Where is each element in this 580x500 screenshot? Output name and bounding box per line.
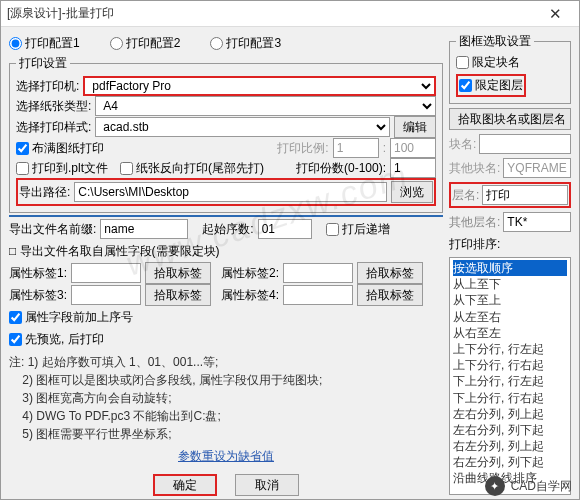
printer-label: 选择打印机: [16,78,79,95]
order-item[interactable]: 左右分列, 列下起 [453,422,567,438]
browse-button[interactable]: 浏览 [391,181,433,203]
tag4-input[interactable] [283,285,353,305]
order-item[interactable]: 左右分列, 列上起 [453,406,567,422]
addseq-check[interactable]: 属性字段前加上序号 [9,309,133,326]
block-name-label: 块名: [449,136,476,153]
order-item[interactable]: 按选取顺序 [453,260,567,276]
order-item[interactable]: 上下分行, 行右起 [453,357,567,373]
layer-input[interactable] [482,185,568,205]
path-input[interactable] [74,182,387,202]
pick-tag1-button[interactable]: 拾取标签 [145,262,211,284]
append-check[interactable]: 打后递增 [326,221,390,238]
pick-tag4-button[interactable]: 拾取标签 [357,284,423,306]
tag1-input[interactable] [71,263,141,283]
frame-legend: 图框选取设置 [456,33,534,50]
frame-group: 图框选取设置 限定块名 限定图层 [449,33,571,104]
copies-label: 打印份数(0-100): [296,160,386,177]
config1-radio[interactable]: 打印配置1 [9,35,80,52]
order-item[interactable]: 从下至上 [453,292,567,308]
pick-tag2-button[interactable]: 拾取标签 [357,262,423,284]
copies-input[interactable] [390,158,436,178]
config3-radio[interactable]: 打印配置3 [210,35,281,52]
order-item[interactable]: 下上分行, 行左起 [453,373,567,389]
pick-name-button[interactable]: 拾取图块名或图层名 [449,108,571,130]
close-icon[interactable]: ✕ [537,5,573,23]
order-item[interactable]: 上下分行, 行左起 [453,341,567,357]
printer-select[interactable]: pdfFactory Pro [83,76,436,96]
order-label: 打印排序: [449,236,571,253]
tag2-label: 属性标签2: [221,265,279,282]
limit-block-check[interactable]: 限定块名 [456,54,520,71]
window-title: [源泉设计]-批量打印 [7,5,537,22]
order-item[interactable]: 从右至左 [453,325,567,341]
plt-check[interactable]: 打印到.plt文件 [16,160,108,177]
tag1-label: 属性标签1: [9,265,67,282]
style-select[interactable]: acad.stb [95,117,390,137]
tag4-label: 属性标签4: [221,287,279,304]
config-radios: 打印配置1 打印配置2 打印配置3 [9,33,443,53]
order-item[interactable]: 下上分行, 行右起 [453,390,567,406]
block-name-input [479,134,571,154]
style-label: 选择打印样式: [16,119,91,136]
attr-field-note: □ 导出文件名取自属性字段(需要限定块) [9,243,220,260]
reset-link[interactable]: 参数重设为缺省值 [9,445,443,468]
seq-label: 起始序数: [202,221,253,238]
paper-label: 选择纸张类型: [16,98,91,115]
config2-radio[interactable]: 打印配置2 [110,35,181,52]
seq-input[interactable] [258,219,312,239]
pick-tag3-button[interactable]: 拾取标签 [145,284,211,306]
other-layer-label: 其他层名: [449,214,500,231]
order-item[interactable]: 从上至下 [453,276,567,292]
other-layer-input[interactable] [503,212,571,232]
order-item[interactable]: 右左分列, 列下起 [453,454,567,470]
order-item[interactable]: 右左分列, 列上起 [453,438,567,454]
tag3-input[interactable] [71,285,141,305]
cancel-button[interactable]: 取消 [235,474,299,496]
edit-style-button[interactable]: 编辑 [394,116,436,138]
ratio-b-input [390,138,436,158]
wechat-icon: ✦ [485,476,505,496]
path-label: 导出路径: [19,184,70,201]
prefix-input[interactable] [100,219,188,239]
prefix-label: 导出文件名前缀: [9,221,96,238]
limit-layer-check[interactable]: 限定图层 [456,74,526,97]
list-item[interactable]: D: [10,216,442,217]
tag2-input[interactable] [283,263,353,283]
ratio-label: 打印比例: [277,140,328,157]
order-item[interactable]: 从左至右 [453,309,567,325]
reverse-check[interactable]: 纸张反向打印(尾部先打) [120,160,264,177]
other-block-input [503,158,571,178]
notes: 注: 1) 起始序数可填入 1、01、001...等; 2) 图框可以是图块或闭… [9,353,443,443]
preview-check[interactable]: 先预览, 后打印 [9,331,104,348]
print-settings-group: 打印设置 选择打印机: pdfFactory Pro 选择纸张类型: A4 选择… [9,55,443,213]
print-settings-legend: 打印设置 [16,55,70,72]
brand: ✦ CAD自学网 [485,476,572,496]
ok-button[interactable]: 确定 [153,474,217,496]
layer-label: 层名: [452,187,479,204]
fill-paper-check[interactable]: 布满图纸打印 [16,140,104,157]
tag3-label: 属性标签3: [9,287,67,304]
paper-select[interactable]: A4 [95,96,436,116]
order-list[interactable]: 按选取顺序从上至下从下至上从左至右从右至左上下分行, 行左起上下分行, 行右起下… [449,257,571,495]
drives-list[interactable]: D: D: [9,215,443,217]
other-block-label: 其他块名: [449,160,500,177]
ratio-a-input [333,138,379,158]
